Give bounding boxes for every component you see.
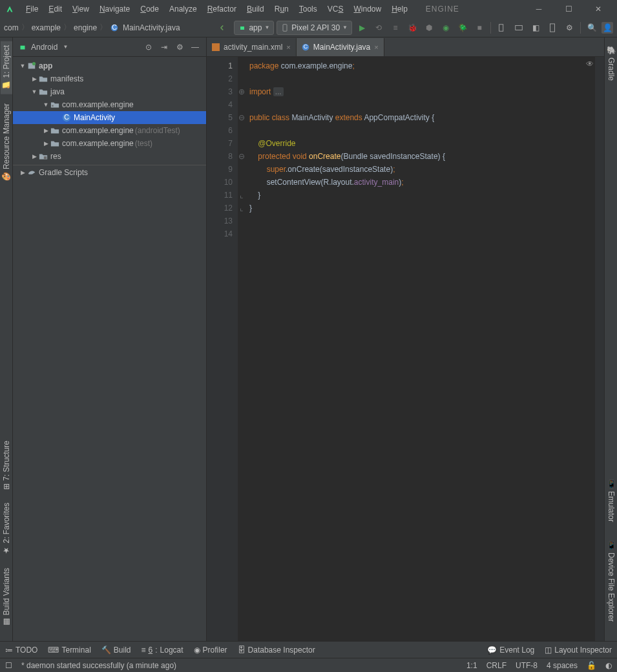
tool-profiler[interactable]: ◉Profiler xyxy=(194,646,227,655)
svg-point-7 xyxy=(32,62,36,65)
tree-pkg-test[interactable]: ▶com.example.engine(test) xyxy=(13,137,206,150)
tool-todo[interactable]: ≔TODO xyxy=(5,646,37,655)
menu-navigate[interactable]: Navigate xyxy=(94,2,135,16)
apply-code-changes-button[interactable]: ≡ xyxy=(388,21,403,35)
tab-activity-main-xml[interactable]: activity_main.xml× xyxy=(207,38,297,56)
user-button[interactable]: 👤 xyxy=(601,22,613,34)
rail-resource-manager[interactable]: 🎨Resource Manager xyxy=(1,100,12,185)
close-tab-icon[interactable]: × xyxy=(286,43,290,51)
tree-app[interactable]: ▼app xyxy=(13,59,206,72)
hide-button[interactable]: — xyxy=(189,41,201,53)
window-title: ENGINE xyxy=(426,5,459,14)
svg-rect-2 xyxy=(283,24,287,31)
tool-logcat[interactable]: ≡6: Logcat xyxy=(141,646,183,655)
tool-database-inspector[interactable]: 🗄Database Inspector xyxy=(238,646,315,655)
rail-gradle[interactable]: 🐘Gradle xyxy=(605,41,617,85)
search-everywhere-button[interactable]: 🔍 xyxy=(585,21,599,35)
breadcrumb[interactable]: com〉 example〉 engine〉 C MainActivity.jav… xyxy=(4,22,180,33)
xml-icon xyxy=(212,43,220,51)
tool-build[interactable]: 🔨Build xyxy=(101,646,131,655)
tree-pkg-androidtest[interactable]: ▶com.example.engine(androidTest) xyxy=(13,124,206,137)
menu-tools[interactable]: Tools xyxy=(294,2,322,16)
tool-terminal[interactable]: ⌨Terminal xyxy=(48,646,90,655)
editor-tabs: activity_main.xml× C MainActivity.java× xyxy=(207,37,604,57)
tree-gradle-scripts[interactable]: ▶Gradle Scripts xyxy=(13,165,206,178)
left-tool-rail: 📁1: Project 🎨Resource Manager ⊞7: Struct… xyxy=(0,37,13,641)
tree-res[interactable]: ▶res xyxy=(13,150,206,163)
menu-code[interactable]: Code xyxy=(135,2,164,16)
android-icon xyxy=(18,43,27,52)
editor-area: activity_main.xml× C MainActivity.java× … xyxy=(207,37,604,641)
tree-pkg-main[interactable]: ▼com.example.engine xyxy=(13,98,206,111)
line-separator[interactable]: CRLF xyxy=(486,661,507,670)
sync-gradle-button[interactable] xyxy=(217,21,231,35)
phone-icon xyxy=(281,24,289,32)
project-view-header: Android ▼ ⊙ ⇥ ⚙ — xyxy=(13,37,206,57)
troubleshoot-button[interactable]: ⚙ xyxy=(562,21,576,35)
menu-vcs[interactable]: VCS xyxy=(322,2,349,16)
menu-analyze[interactable]: Analyze xyxy=(164,2,202,16)
menu-file[interactable]: File xyxy=(21,2,43,16)
tree-java[interactable]: ▼java xyxy=(13,85,206,98)
menu-view[interactable]: View xyxy=(67,2,94,16)
project-tool-window: Android ▼ ⊙ ⇥ ⚙ — ▼app ▶manifests ▼java … xyxy=(13,37,207,641)
navigation-toolbar: com〉 example〉 engine〉 C MainActivity.jav… xyxy=(0,18,617,37)
device-selector[interactable]: Pixel 2 API 30▼ xyxy=(277,21,352,35)
close-tab-icon[interactable]: × xyxy=(374,43,378,51)
file-encoding[interactable]: UTF-8 xyxy=(516,661,538,670)
rail-favorites[interactable]: ★2: Favorites xyxy=(1,499,12,559)
editor-scrollbar[interactable] xyxy=(595,57,604,641)
project-view-selector[interactable]: Android xyxy=(31,43,58,52)
code-content[interactable]: package com.example.engine; import ... p… xyxy=(246,57,595,641)
tree-mainactivity[interactable]: CMainActivity xyxy=(13,111,206,124)
settings-button[interactable]: ⚙ xyxy=(174,41,185,53)
menu-run[interactable]: Run xyxy=(269,2,294,16)
project-tree[interactable]: ▼app ▶manifests ▼java ▼com.example.engin… xyxy=(13,57,206,641)
avd-manager-button[interactable] xyxy=(495,21,509,35)
rail-build-variants[interactable]: ▦Build Variants xyxy=(1,564,12,631)
run-button[interactable]: ▶ xyxy=(355,21,369,35)
tree-manifests[interactable]: ▶manifests xyxy=(13,72,206,85)
inspection-eye-icon[interactable]: 👁 xyxy=(586,59,594,68)
run-config-selector[interactable]: app▼ xyxy=(234,21,274,35)
chevron-down-icon: ▼ xyxy=(63,44,68,50)
rail-emulator[interactable]: 📱Emulator xyxy=(605,475,617,526)
svg-rect-12 xyxy=(212,43,220,51)
cursor-position[interactable]: 1:1 xyxy=(466,661,477,670)
stop-button[interactable]: ■ xyxy=(472,21,486,35)
sdk-manager-button[interactable] xyxy=(512,21,526,35)
package-icon xyxy=(50,139,59,148)
select-opened-file-button[interactable]: ⊙ xyxy=(143,41,154,53)
coverage-button[interactable]: ⬢ xyxy=(422,21,436,35)
menu-window[interactable]: Window xyxy=(348,2,386,16)
java-class-icon: C xyxy=(110,23,119,32)
fold-column[interactable]: ⊕ ⊖ ⊖ ⌞⌞ xyxy=(238,57,246,641)
menu-build[interactable]: Build xyxy=(242,2,269,16)
collapse-all-button[interactable]: ⇥ xyxy=(158,41,170,53)
status-icon[interactable]: ☐ xyxy=(5,661,12,670)
indent-setting[interactable]: 4 spaces xyxy=(547,661,578,670)
apply-changes-restart-button[interactable]: ⟲ xyxy=(371,21,386,35)
readonly-toggle[interactable]: 🔓 xyxy=(587,661,596,670)
maximize-button[interactable]: ☐ xyxy=(554,0,583,18)
minimize-button[interactable]: ─ xyxy=(524,0,554,18)
menu-edit[interactable]: Edit xyxy=(43,2,67,16)
line-gutter[interactable]: 1234567891011121314 xyxy=(207,57,238,641)
close-button[interactable]: ✕ xyxy=(583,0,613,18)
tab-mainactivity-java[interactable]: C MainActivity.java× xyxy=(297,38,384,56)
attach-debugger-button[interactable]: 🪲 xyxy=(455,21,470,35)
profile-button[interactable]: ◉ xyxy=(439,21,453,35)
menu-refactor[interactable]: Refactor xyxy=(202,2,242,16)
rail-device-file-explorer[interactable]: 📱Device File Explorer xyxy=(605,536,617,625)
layout-inspector-button[interactable] xyxy=(545,21,559,35)
debug-button[interactable]: 🐞 xyxy=(405,21,419,35)
resource-manager-button[interactable]: ◧ xyxy=(528,21,543,35)
code-editor[interactable]: 1234567891011121314 ⊕ ⊖ ⊖ ⌞⌞ package com… xyxy=(207,57,604,641)
tool-event-log[interactable]: 💬Event Log xyxy=(487,646,534,655)
menu-help[interactable]: Help xyxy=(386,2,413,16)
rail-structure[interactable]: ⊞7: Structure xyxy=(1,437,12,494)
module-icon xyxy=(27,61,36,70)
tool-layout-inspector[interactable]: ◫Layout Inspector xyxy=(545,646,612,655)
rail-project[interactable]: 📁1: Project xyxy=(1,41,12,94)
memory-indicator[interactable]: ◐ xyxy=(605,661,612,670)
